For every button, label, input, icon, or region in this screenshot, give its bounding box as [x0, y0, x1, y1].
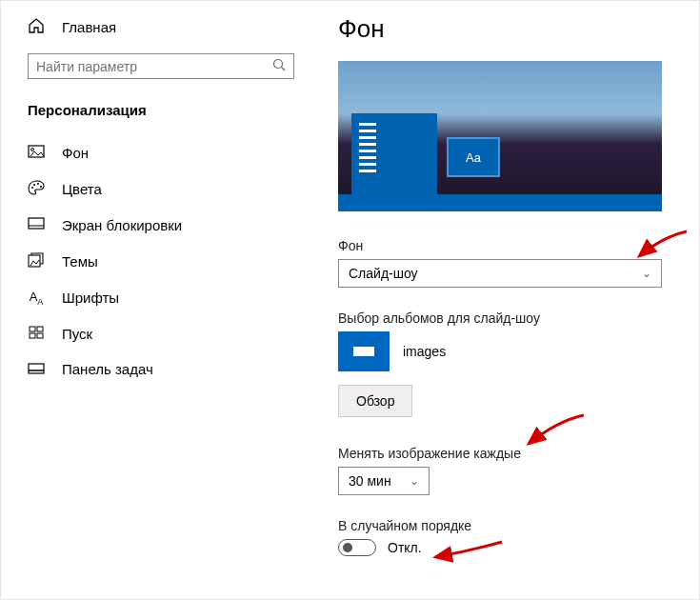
nav-item-label: Темы	[62, 253, 98, 270]
shuffle-state: Откл.	[388, 540, 422, 555]
preview-window: Aa	[447, 137, 500, 177]
picture-icon	[28, 145, 45, 161]
interval-select[interactable]: 30 мин ⌄	[338, 467, 430, 495]
palette-icon	[28, 180, 45, 198]
svg-rect-14	[37, 333, 43, 338]
nav-item-label: Пуск	[62, 326, 92, 342]
nav-item-label: Шрифты	[62, 290, 119, 306]
shuffle-toggle[interactable]	[338, 539, 376, 556]
shuffle-label: В случайном порядке	[338, 518, 680, 533]
toggle-knob	[343, 543, 352, 552]
nav-item-label: Фон	[62, 145, 89, 161]
nav-item-label: Панель задач	[62, 361, 153, 377]
taskbar-icon	[28, 361, 45, 377]
svg-point-5	[33, 184, 35, 186]
annotation-arrow	[523, 411, 590, 450]
nav-item-colors[interactable]: Цвета	[28, 170, 304, 208]
svg-point-6	[37, 183, 39, 185]
album-name: images	[403, 344, 446, 359]
album-label: Выбор альбомов для слайд-шоу	[338, 310, 680, 326]
section-title: Персонализация	[28, 102, 304, 118]
svg-point-4	[31, 187, 33, 189]
nav-item-label: Экран блокировки	[62, 217, 182, 233]
svg-rect-12	[37, 327, 43, 331]
background-select-value: Слайд-шоу	[349, 266, 418, 281]
nav-item-taskbar[interactable]: Панель задач	[28, 351, 304, 387]
interval-value: 30 мин	[349, 473, 391, 489]
search-icon	[272, 58, 286, 74]
svg-line-1	[282, 68, 286, 71]
start-icon	[28, 326, 45, 342]
chevron-down-icon: ⌄	[642, 267, 651, 280]
svg-point-0	[274, 60, 283, 69]
svg-rect-11	[30, 327, 35, 331]
nav-item-lockscreen[interactable]: Экран блокировки	[28, 208, 304, 243]
search-input[interactable]	[28, 53, 294, 79]
album-row[interactable]: images	[338, 331, 680, 371]
preview-start-menu	[351, 113, 437, 194]
search-field[interactable]	[36, 59, 272, 74]
home-icon	[28, 18, 45, 36]
page-title: Фон	[338, 14, 680, 44]
nav-item-background[interactable]: Фон	[28, 135, 304, 170]
nav-item-start[interactable]: Пуск	[28, 316, 304, 351]
svg-rect-13	[30, 333, 35, 338]
interval-label: Менять изображение каждые	[338, 446, 680, 461]
lockscreen-icon	[28, 217, 45, 233]
browse-button[interactable]: Обзор	[338, 385, 412, 417]
desktop-preview: Aa	[338, 61, 662, 211]
background-select[interactable]: Слайд-шоу ⌄	[338, 259, 662, 288]
nav-home-label: Главная	[62, 19, 116, 35]
background-label: Фон	[338, 238, 680, 253]
themes-icon	[28, 252, 45, 270]
nav-item-themes[interactable]: Темы	[28, 243, 304, 280]
chevron-down-icon: ⌄	[410, 474, 419, 488]
svg-rect-15	[29, 364, 44, 373]
nav-home[interactable]: Главная	[28, 18, 304, 36]
nav-item-label: Цвета	[62, 181, 102, 197]
main-content: Фон Aa Фон Слайд-шоу ⌄ Выбор альбомов дл…	[325, 1, 699, 599]
svg-point-3	[31, 149, 34, 151]
preview-taskbar	[338, 194, 662, 211]
fonts-icon: AA	[28, 290, 45, 307]
sidebar: Главная Персонализация Фон Цвета Э	[1, 1, 325, 599]
nav-item-fonts[interactable]: AA Шрифты	[28, 280, 304, 316]
svg-point-7	[40, 186, 42, 188]
svg-rect-8	[29, 218, 44, 229]
folder-icon	[338, 331, 390, 371]
